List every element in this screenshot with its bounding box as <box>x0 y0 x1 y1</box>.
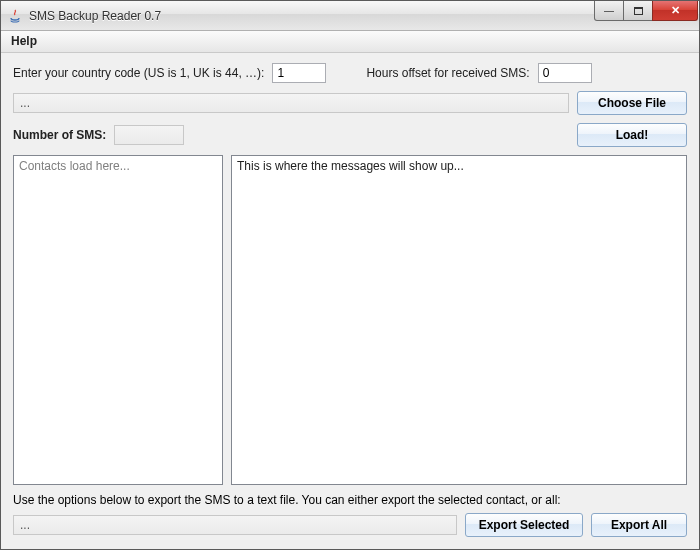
export-section: Use the options below to export the SMS … <box>13 493 687 537</box>
menu-bar: Help <box>1 31 699 53</box>
close-button[interactable]: ✕ <box>652 1 698 21</box>
load-button[interactable]: Load! <box>577 123 687 147</box>
export-all-button[interactable]: Export All <box>591 513 687 537</box>
export-instructions: Use the options below to export the SMS … <box>13 493 687 507</box>
sms-count-display <box>114 125 184 145</box>
count-load-row: Number of SMS: Load! <box>13 123 687 147</box>
export-path-display: ... <box>13 515 457 535</box>
file-row: ... Choose File <box>13 91 687 115</box>
messages-pane[interactable]: This is where the messages will show up.… <box>231 155 687 485</box>
java-icon <box>7 8 23 24</box>
window-controls: — ✕ <box>595 1 699 21</box>
contacts-list[interactable]: Contacts load here... <box>13 155 223 485</box>
maximize-button[interactable] <box>623 1 653 21</box>
export-selected-button[interactable]: Export Selected <box>465 513 583 537</box>
file-path-display: ... <box>13 93 569 113</box>
client-area: Enter your country code (US is 1, UK is … <box>1 53 699 549</box>
sms-count-label: Number of SMS: <box>13 128 106 142</box>
window-title: SMS Backup Reader 0.7 <box>29 9 595 23</box>
minimize-icon: — <box>604 5 614 16</box>
hours-offset-input[interactable] <box>538 63 592 83</box>
choose-file-button[interactable]: Choose File <box>577 91 687 115</box>
hours-offset-label: Hours offset for received SMS: <box>366 66 529 80</box>
country-code-input[interactable] <box>272 63 326 83</box>
panes-row: Contacts load here... This is where the … <box>13 155 687 485</box>
close-icon: ✕ <box>671 4 680 17</box>
country-code-label: Enter your country code (US is 1, UK is … <box>13 66 264 80</box>
menu-help[interactable]: Help <box>3 31 45 52</box>
title-bar: SMS Backup Reader 0.7 — ✕ <box>1 1 699 31</box>
country-offset-row: Enter your country code (US is 1, UK is … <box>13 63 687 83</box>
export-row: ... Export Selected Export All <box>13 513 687 537</box>
app-window: SMS Backup Reader 0.7 — ✕ Help Enter you… <box>0 0 700 550</box>
minimize-button[interactable]: — <box>594 1 624 21</box>
maximize-icon <box>634 7 643 15</box>
